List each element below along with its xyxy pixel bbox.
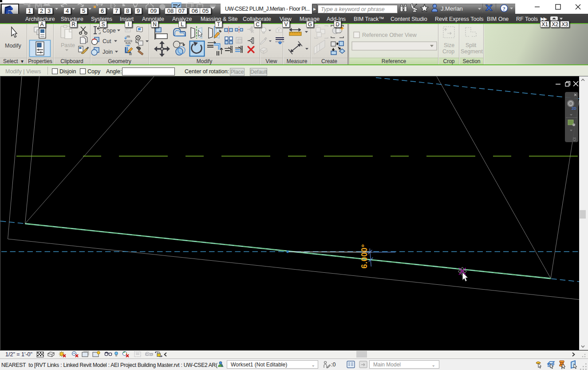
svg-text:2D: 2D	[572, 106, 576, 111]
svg-text:J.Merlan: J.Merlan	[441, 5, 463, 12]
svg-text:?: ?	[503, 6, 505, 12]
svg-text:6.000°: 6.000°	[360, 244, 369, 268]
svg-text:Split: Split	[466, 42, 477, 48]
svg-text:Modify: Modify	[5, 43, 22, 49]
svg-text:Segment: Segment	[461, 48, 483, 55]
svg-text:Crop: Crop	[442, 48, 454, 55]
svg-text:Cut: Cut	[103, 38, 111, 44]
svg-text:Reference Other View: Reference Other View	[362, 32, 417, 38]
svg-text:Size: Size	[444, 42, 454, 48]
svg-text:Paste: Paste	[61, 42, 75, 48]
svg-text:Join: Join	[103, 49, 113, 55]
svg-text:Cope: Cope	[103, 28, 116, 34]
